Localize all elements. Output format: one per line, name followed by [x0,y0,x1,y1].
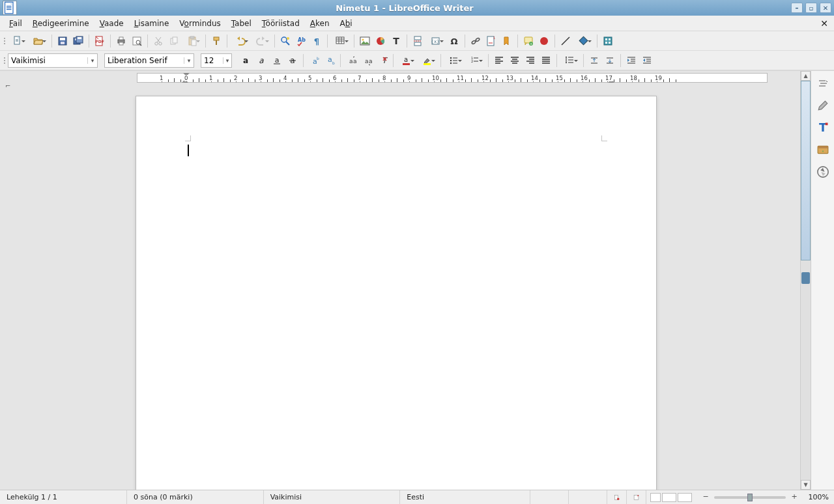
maximize-button[interactable]: ▫ [805,3,817,13]
increase-spacing-button[interactable] [587,53,601,68]
minimize-button[interactable]: – [791,3,803,13]
italic-button[interactable]: a [254,53,268,68]
copy-button[interactable] [167,34,181,48]
track-changes-button[interactable] [537,34,551,48]
font-name-combo[interactable]: ▾ [104,53,194,68]
align-left-button[interactable] [492,53,506,68]
font-name-input[interactable] [108,56,184,65]
navigator-knob[interactable] [801,272,810,284]
font-size-combo[interactable]: ▾ [201,53,232,68]
align-right-button[interactable] [523,53,538,68]
line-spacing-button[interactable] [560,53,580,68]
show-draw-functions-button[interactable] [601,34,615,48]
align-justify-button[interactable] [539,53,553,68]
menu-lisamine[interactable]: Lisamine [129,17,175,30]
menu-redigeerimine[interactable]: Redigeerimine [27,17,94,30]
scroll-track[interactable] [801,81,811,480]
insert-chart-button[interactable] [373,34,388,48]
insert-comment-button[interactable]: + [521,34,536,48]
basic-shapes-button[interactable] [574,34,594,48]
font-size-input[interactable] [204,56,223,65]
sidebar-navigator-button[interactable] [814,163,831,180]
paragraph-style-combo[interactable]: ▾ [8,53,98,68]
single-page-view-button[interactable] [650,493,661,502]
menu-vormindus[interactable]: Vormindus [174,17,225,30]
strikethrough-button[interactable]: a [285,53,300,68]
zoom-slider-thumb[interactable] [747,494,753,501]
save-as-button[interactable] [71,34,85,48]
zoom-in-button[interactable]: + [790,493,799,502]
menu-fail[interactable]: Fail [4,17,27,30]
underline-button[interactable]: a [270,53,284,68]
book-view-button[interactable] [678,493,692,502]
clear-formatting-button[interactable]: T [375,53,390,68]
page[interactable] [136,96,657,490]
lowercase-button[interactable]: aa [360,53,374,68]
redo-button[interactable] [252,34,271,48]
print-preview-button[interactable] [130,34,144,48]
status-save-button[interactable] [627,490,646,504]
status-signature[interactable] [607,490,627,504]
insert-field-button[interactable]: {x} [426,34,446,48]
status-language[interactable]: Eesti [400,490,530,504]
menu-tööriistad[interactable]: Tööriistad [257,17,305,30]
sidebar-settings-button[interactable] [814,75,831,92]
insert-hyperlink-button[interactable] [468,34,483,48]
menu-abi[interactable]: Abi [335,17,358,30]
insert-image-button[interactable] [358,34,372,48]
export-pdf-button[interactable]: PDF [93,34,107,48]
new-document-button[interactable] [8,34,27,48]
zoom-slider[interactable] [714,496,786,499]
status-word-count[interactable]: 0 sõna (0 märki) [127,490,264,504]
status-insert-mode[interactable] [530,490,569,504]
multi-page-view-button[interactable] [662,493,676,502]
print-button[interactable] [114,34,128,48]
close-window-button[interactable]: ✕ [820,3,831,13]
increase-indent-button[interactable] [624,53,639,68]
formatting-marks-button[interactable]: ¶ [309,34,324,48]
scroll-down-button[interactable]: ▼ [801,480,811,490]
paragraph-style-input[interactable] [11,56,87,65]
insert-page-break-button[interactable] [410,34,425,48]
sidebar-gallery-button[interactable] [814,141,831,158]
scroll-up-button[interactable]: ▲ [801,71,811,81]
insert-special-char-button[interactable]: Ω [447,34,461,48]
decrease-indent-button[interactable] [640,53,654,68]
cut-button[interactable] [151,34,165,48]
decrease-spacing-button[interactable] [603,53,617,68]
insert-bookmark-button[interactable] [500,34,514,48]
find-replace-button[interactable] [278,34,293,48]
insert-footnote-button[interactable]: 1 [484,34,498,48]
zoom-out-button[interactable]: − [701,493,710,502]
open-button[interactable] [29,34,48,48]
paste-button[interactable] [182,34,202,48]
font-color-button[interactable]: a [397,53,416,68]
document-scroll-area[interactable] [0,83,800,490]
toolbar-grip[interactable] [3,38,7,44]
menu-tabel[interactable]: Tabel [226,17,257,30]
align-center-button[interactable] [508,53,522,68]
clone-formatting-button[interactable] [209,34,223,48]
toolbar-grip[interactable] [3,57,7,64]
menu-aken[interactable]: Aken [305,17,335,30]
undo-button[interactable] [231,34,250,48]
scroll-thumb[interactable] [801,81,811,260]
insert-table-button[interactable] [331,34,351,48]
number-list-button[interactable]: 12 [465,53,485,68]
insert-line-button[interactable] [558,34,573,48]
horizontal-ruler[interactable]: 1012345678910111213141516171819 [137,73,768,83]
uppercase-button[interactable]: aa [344,53,358,68]
highlight-button[interactable] [418,53,437,68]
vertical-scrollbar[interactable]: ▲ ▼ [800,71,811,490]
status-page-style[interactable]: Vaikimisi [264,490,401,504]
menu-vaade[interactable]: Vaade [94,17,129,30]
subscript-button[interactable]: ab [323,53,337,68]
status-page[interactable]: Lehekülg 1 / 1 [0,490,127,504]
status-selection-mode[interactable] [569,490,607,504]
bold-button[interactable]: a [238,53,253,68]
sidebar-styles-button[interactable]: T [814,119,831,136]
sidebar-properties-button[interactable] [814,97,831,114]
bullet-list-button[interactable] [444,53,464,68]
zoom-value[interactable]: 100% [803,493,829,501]
save-button[interactable] [55,34,70,48]
